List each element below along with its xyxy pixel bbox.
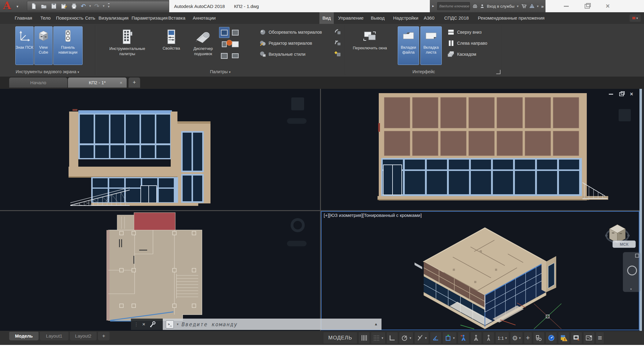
- render-environment-icon[interactable]: [334, 50, 341, 57]
- ucs-indicator-label[interactable]: МСК: [612, 240, 636, 248]
- dropdown-icon[interactable]: ▾: [382, 336, 383, 340]
- navbar-more-icon[interactable]: ▾: [630, 287, 632, 291]
- clean-screen-button[interactable]: [571, 332, 582, 344]
- model-paper-toggle-button[interactable]: МОДЕЛЬ: [323, 332, 357, 344]
- dropdown-icon[interactable]: ▾: [519, 336, 521, 340]
- drawing-area[interactable]: × [+][ЮЗ изометрия][Тонированный с кромк…: [0, 89, 644, 331]
- viewport-top-right-rear-elevation[interactable]: [321, 89, 639, 210]
- workspace-switching-button[interactable]: ⚙▾: [510, 332, 523, 344]
- tile-horizontally-button[interactable]: Сверху вниз: [447, 28, 482, 37]
- annotation-scale-icon-button[interactable]: [483, 332, 494, 344]
- viewport-divider-horizontal[interactable]: [0, 210, 644, 211]
- minimize-button[interactable]: [564, 6, 569, 7]
- user-icon[interactable]: [480, 3, 484, 9]
- new-layout-button[interactable]: +: [98, 332, 110, 340]
- grid-display-button[interactable]: [358, 332, 370, 344]
- tab-recommended-apps[interactable]: Рекомендованные приложения: [478, 12, 545, 24]
- logo-dropdown-icon[interactable]: ▾: [17, 4, 18, 9]
- redo-icon[interactable]: ↷: [94, 3, 99, 9]
- customize-wrench-icon[interactable]: [149, 321, 156, 328]
- tab-parametrizaciya[interactable]: Параметризация: [132, 12, 168, 24]
- navigation-bar[interactable]: ▾: [623, 252, 641, 292]
- tab-a360[interactable]: A360: [424, 12, 434, 24]
- navigation-bar-toggle-button[interactable]: Панель навигации: [53, 26, 83, 65]
- command-prompt-icon[interactable]: >_: [166, 320, 174, 328]
- viewport-bottom-left-floor-plan[interactable]: [0, 211, 320, 331]
- materials-attach-icon[interactable]: [334, 28, 341, 35]
- layout-tab-layout2[interactable]: Layout2: [70, 332, 97, 340]
- viewcube-toggle-button[interactable]: View Cube: [34, 26, 53, 65]
- command-history-icon[interactable]: ▲: [374, 322, 378, 326]
- doc-minimize-button[interactable]: [609, 94, 613, 95]
- autodesk-360-icon[interactable]: [529, 2, 534, 10]
- tab-annotacii[interactable]: Аннотации: [193, 12, 216, 24]
- sheet-set-manager-button[interactable]: Диспетчер подшивок: [187, 26, 219, 65]
- panel-launcher-icon[interactable]: [496, 70, 501, 74]
- tab-spds[interactable]: СПДС 2018: [444, 12, 469, 24]
- sign-in-dropdown-icon[interactable]: ▾: [517, 4, 519, 8]
- doc-restore-button[interactable]: [619, 92, 624, 96]
- file-tabs-toggle-button[interactable]: Вкладки файла: [398, 26, 419, 65]
- dropdown-icon[interactable]: ▾: [505, 336, 507, 340]
- palette-button-2[interactable]: [230, 27, 240, 38]
- tab-upravlenie[interactable]: Управление: [338, 12, 363, 24]
- autocad-logo-icon[interactable]: A: [3, 0, 11, 12]
- tile-vertically-button[interactable]: Слева направо: [447, 39, 487, 48]
- viewport-top-left-front-elevation[interactable]: [0, 89, 320, 210]
- viewport-controls-label[interactable]: [+][ЮЗ изометрия][Тонированный с кромкам…: [324, 213, 422, 218]
- tool-palettes-button[interactable]: Инструментальные палитры: [101, 26, 154, 65]
- dropdown-icon[interactable]: ▾: [453, 336, 455, 340]
- tab-vizualizaciya[interactable]: Визуализация: [99, 12, 128, 24]
- a360-dropdown-icon[interactable]: ▾: [537, 4, 539, 8]
- help-search-input[interactable]: Введите ключевое слово/фразу: [437, 2, 470, 10]
- restore-button[interactable]: [585, 4, 590, 9]
- viewport-bottom-right-isometric[interactable]: [321, 211, 639, 330]
- sign-in-button[interactable]: Вход в службы: [487, 4, 514, 9]
- panel-interface[interactable]: Интерфейс: [399, 68, 448, 75]
- isometric-drafting-button[interactable]: [430, 332, 441, 344]
- command-line-palette-button[interactable]: [219, 27, 229, 38]
- isolate-objects-button[interactable]: [533, 332, 545, 344]
- object-snap-button[interactable]: ▾: [442, 332, 457, 344]
- polar-tracking-button[interactable]: ▾: [399, 332, 414, 344]
- customization-menu-button[interactable]: ≡: [596, 332, 604, 344]
- palette-button-6[interactable]: [230, 50, 240, 61]
- close-button[interactable]: ×: [606, 3, 610, 9]
- command-line-grip[interactable]: ⋮ ×: [131, 319, 163, 330]
- layout-tabs-toggle-button[interactable]: Вкладка листа: [420, 26, 442, 65]
- object-snap-tracking-button[interactable]: ▾: [414, 332, 429, 344]
- snap-mode-button[interactable]: ▾: [371, 332, 385, 344]
- search-icon[interactable]: [472, 3, 478, 9]
- redo-dropdown-icon[interactable]: ▾: [103, 4, 105, 8]
- undo-dropdown-icon[interactable]: ▾: [89, 4, 91, 8]
- tab-vstavka[interactable]: Вставка: [168, 12, 185, 24]
- steering-wheel-icon[interactable]: [627, 266, 637, 275]
- command-input[interactable]: >_ ▾ Введите команду ▲: [163, 319, 382, 330]
- undo-icon[interactable]: ↶: [81, 3, 86, 9]
- materials-mapping-icon[interactable]: [334, 39, 341, 46]
- toolbar-overflow-icon[interactable]: »: [541, 4, 544, 9]
- viewport-divider-vertical[interactable]: [320, 89, 321, 331]
- layout-tab-model[interactable]: Модель: [9, 332, 39, 340]
- ortho-mode-button[interactable]: [386, 332, 398, 344]
- palette-button-5[interactable]: [219, 50, 229, 61]
- drawing-scrollbar[interactable]: [639, 89, 642, 331]
- plot-icon[interactable]: [71, 3, 77, 9]
- cascade-button[interactable]: Каскадом: [447, 50, 476, 59]
- ucs-icon-button[interactable]: Знак ПСК: [15, 26, 34, 65]
- annotation-monitor-button[interactable]: +: [524, 332, 532, 344]
- properties-button[interactable]: Свойства: [155, 26, 187, 65]
- tab-vid[interactable]: Вид: [319, 12, 334, 24]
- panel-palettes[interactable]: Палитры ▾: [196, 68, 245, 75]
- fullnav-icon[interactable]: [635, 254, 639, 258]
- file-tab-close-icon[interactable]: ×: [120, 78, 122, 88]
- open-file-icon[interactable]: [40, 3, 47, 9]
- ribbon-display-options-button[interactable]: ▾: [630, 14, 641, 22]
- dropdown-icon[interactable]: ▾: [425, 336, 427, 340]
- tab-set[interactable]: Сеть: [85, 12, 95, 24]
- materials-browser-button[interactable]: Обозреватель материалов: [259, 28, 322, 37]
- switch-windows-button[interactable]: Переключить окна: [352, 26, 388, 65]
- tab-nadstroyki[interactable]: Надстройки: [393, 12, 418, 24]
- command-close-icon[interactable]: ×: [142, 322, 145, 327]
- visual-styles-button[interactable]: Визуальные стили: [259, 50, 305, 59]
